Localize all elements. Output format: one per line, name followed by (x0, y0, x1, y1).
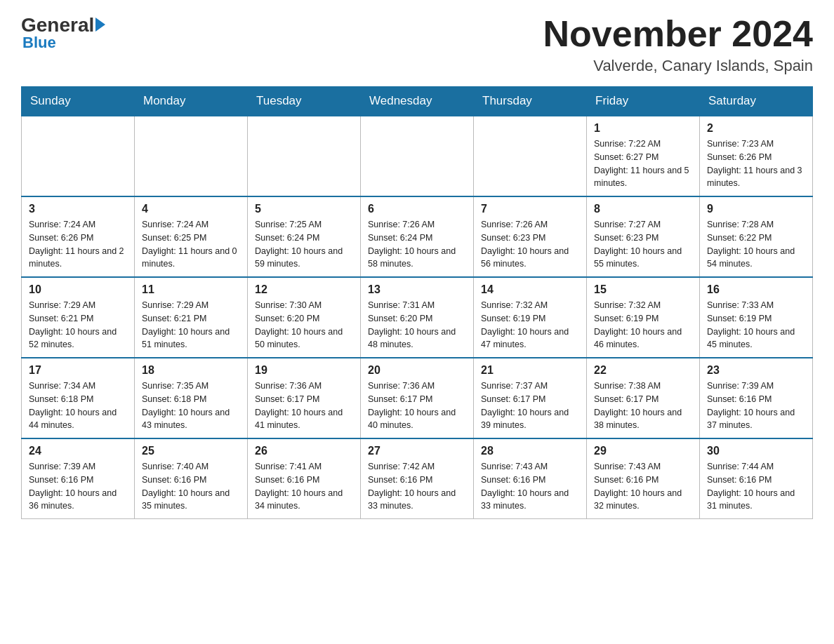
calendar-cell: 2Sunrise: 7:23 AMSunset: 6:26 PMDaylight… (700, 116, 813, 196)
calendar-cell: 12Sunrise: 7:30 AMSunset: 6:20 PMDayligh… (248, 277, 361, 358)
week-row-4: 24Sunrise: 7:39 AMSunset: 6:16 PMDayligh… (22, 438, 813, 519)
calendar-cell: 8Sunrise: 7:27 AMSunset: 6:23 PMDaylight… (587, 196, 700, 277)
calendar-cell: 23Sunrise: 7:39 AMSunset: 6:16 PMDayligh… (700, 358, 813, 438)
day-number: 22 (594, 364, 692, 377)
day-info: Sunrise: 7:42 AMSunset: 6:16 PMDaylight:… (368, 460, 466, 513)
day-number: 28 (481, 445, 579, 457)
logo-area: General Blue (21, 14, 105, 52)
header-sunday: Sunday (22, 87, 135, 116)
day-number: 25 (142, 445, 240, 457)
day-info: Sunrise: 7:36 AMSunset: 6:17 PMDaylight:… (368, 380, 466, 432)
header-row: SundayMondayTuesdayWednesdayThursdayFrid… (22, 87, 813, 116)
day-info: Sunrise: 7:31 AMSunset: 6:20 PMDaylight:… (368, 299, 466, 351)
calendar-cell: 27Sunrise: 7:42 AMSunset: 6:16 PMDayligh… (361, 438, 474, 519)
logo-arrow-icon (95, 18, 105, 32)
calendar-cell: 22Sunrise: 7:38 AMSunset: 6:17 PMDayligh… (587, 358, 700, 438)
day-number: 18 (142, 364, 240, 377)
calendar-cell: 30Sunrise: 7:44 AMSunset: 6:16 PMDayligh… (700, 438, 813, 519)
day-info: Sunrise: 7:41 AMSunset: 6:16 PMDaylight:… (255, 460, 353, 513)
day-info: Sunrise: 7:39 AMSunset: 6:16 PMDaylight:… (707, 380, 805, 432)
day-number: 27 (368, 445, 466, 457)
day-number: 11 (142, 283, 240, 296)
day-info: Sunrise: 7:40 AMSunset: 6:16 PMDaylight:… (142, 460, 240, 513)
calendar-cell: 15Sunrise: 7:32 AMSunset: 6:19 PMDayligh… (587, 277, 700, 358)
calendar-cell: 25Sunrise: 7:40 AMSunset: 6:16 PMDayligh… (135, 438, 248, 519)
day-info: Sunrise: 7:36 AMSunset: 6:17 PMDaylight:… (255, 380, 353, 432)
day-number: 21 (481, 364, 579, 377)
calendar-cell (22, 116, 135, 196)
day-number: 5 (255, 203, 353, 215)
calendar-cell: 29Sunrise: 7:43 AMSunset: 6:16 PMDayligh… (587, 438, 700, 519)
calendar-cell: 4Sunrise: 7:24 AMSunset: 6:25 PMDaylight… (135, 196, 248, 277)
day-info: Sunrise: 7:28 AMSunset: 6:22 PMDaylight:… (707, 218, 805, 271)
calendar-cell: 24Sunrise: 7:39 AMSunset: 6:16 PMDayligh… (22, 438, 135, 519)
header-friday: Friday (587, 87, 700, 116)
calendar-cell: 18Sunrise: 7:35 AMSunset: 6:18 PMDayligh… (135, 358, 248, 438)
day-number: 16 (707, 283, 805, 296)
day-number: 30 (707, 445, 805, 457)
day-info: Sunrise: 7:26 AMSunset: 6:24 PMDaylight:… (368, 218, 466, 271)
day-info: Sunrise: 7:23 AMSunset: 6:26 PMDaylight:… (707, 137, 805, 190)
calendar-cell: 20Sunrise: 7:36 AMSunset: 6:17 PMDayligh… (361, 358, 474, 438)
week-row-3: 17Sunrise: 7:34 AMSunset: 6:18 PMDayligh… (22, 358, 813, 438)
week-row-0: 1Sunrise: 7:22 AMSunset: 6:27 PMDaylight… (22, 116, 813, 196)
header-saturday: Saturday (700, 87, 813, 116)
day-info: Sunrise: 7:24 AMSunset: 6:26 PMDaylight:… (29, 218, 127, 271)
calendar-cell: 26Sunrise: 7:41 AMSunset: 6:16 PMDayligh… (248, 438, 361, 519)
calendar-cell: 28Sunrise: 7:43 AMSunset: 6:16 PMDayligh… (474, 438, 587, 519)
day-info: Sunrise: 7:32 AMSunset: 6:19 PMDaylight:… (481, 299, 579, 351)
day-info: Sunrise: 7:24 AMSunset: 6:25 PMDaylight:… (142, 218, 240, 271)
calendar-cell: 9Sunrise: 7:28 AMSunset: 6:22 PMDaylight… (700, 196, 813, 277)
logo-blue: Blue (22, 34, 56, 52)
calendar-cell: 1Sunrise: 7:22 AMSunset: 6:27 PMDaylight… (587, 116, 700, 196)
header: General Blue November 2024 Valverde, Can… (21, 14, 813, 75)
day-number: 8 (594, 203, 692, 215)
header-thursday: Thursday (474, 87, 587, 116)
day-number: 6 (368, 203, 466, 215)
day-number: 12 (255, 283, 353, 296)
day-info: Sunrise: 7:39 AMSunset: 6:16 PMDaylight:… (29, 460, 127, 513)
day-number: 14 (481, 283, 579, 296)
calendar-cell: 16Sunrise: 7:33 AMSunset: 6:19 PMDayligh… (700, 277, 813, 358)
calendar-cell (135, 116, 248, 196)
calendar-cell: 3Sunrise: 7:24 AMSunset: 6:26 PMDaylight… (22, 196, 135, 277)
day-number: 7 (481, 203, 579, 215)
calendar-table: SundayMondayTuesdayWednesdayThursdayFrid… (21, 86, 813, 519)
day-number: 9 (707, 203, 805, 215)
day-number: 13 (368, 283, 466, 296)
header-monday: Monday (135, 87, 248, 116)
day-number: 3 (29, 203, 127, 215)
title-area: November 2024 Valverde, Canary Islands, … (543, 14, 813, 75)
week-row-1: 3Sunrise: 7:24 AMSunset: 6:26 PMDaylight… (22, 196, 813, 277)
calendar-cell: 6Sunrise: 7:26 AMSunset: 6:24 PMDaylight… (361, 196, 474, 277)
day-info: Sunrise: 7:32 AMSunset: 6:19 PMDaylight:… (594, 299, 692, 351)
day-number: 10 (29, 283, 127, 296)
calendar-cell (474, 116, 587, 196)
header-tuesday: Tuesday (248, 87, 361, 116)
day-info: Sunrise: 7:34 AMSunset: 6:18 PMDaylight:… (29, 380, 127, 432)
day-number: 20 (368, 364, 466, 377)
day-number: 2 (707, 122, 805, 135)
calendar-cell (248, 116, 361, 196)
day-number: 29 (594, 445, 692, 457)
day-info: Sunrise: 7:30 AMSunset: 6:20 PMDaylight:… (255, 299, 353, 351)
day-info: Sunrise: 7:35 AMSunset: 6:18 PMDaylight:… (142, 380, 240, 432)
calendar-cell: 17Sunrise: 7:34 AMSunset: 6:18 PMDayligh… (22, 358, 135, 438)
calendar-cell: 19Sunrise: 7:36 AMSunset: 6:17 PMDayligh… (248, 358, 361, 438)
day-info: Sunrise: 7:37 AMSunset: 6:17 PMDaylight:… (481, 380, 579, 432)
calendar-cell: 10Sunrise: 7:29 AMSunset: 6:21 PMDayligh… (22, 277, 135, 358)
day-info: Sunrise: 7:27 AMSunset: 6:23 PMDaylight:… (594, 218, 692, 271)
location-title: Valverde, Canary Islands, Spain (543, 57, 813, 75)
calendar-cell: 11Sunrise: 7:29 AMSunset: 6:21 PMDayligh… (135, 277, 248, 358)
calendar-cell: 14Sunrise: 7:32 AMSunset: 6:19 PMDayligh… (474, 277, 587, 358)
calendar-cell: 5Sunrise: 7:25 AMSunset: 6:24 PMDaylight… (248, 196, 361, 277)
day-number: 17 (29, 364, 127, 377)
month-title: November 2024 (543, 14, 813, 54)
day-info: Sunrise: 7:38 AMSunset: 6:17 PMDaylight:… (594, 380, 692, 432)
calendar-cell: 21Sunrise: 7:37 AMSunset: 6:17 PMDayligh… (474, 358, 587, 438)
day-info: Sunrise: 7:33 AMSunset: 6:19 PMDaylight:… (707, 299, 805, 351)
day-info: Sunrise: 7:29 AMSunset: 6:21 PMDaylight:… (29, 299, 127, 351)
day-number: 4 (142, 203, 240, 215)
day-info: Sunrise: 7:25 AMSunset: 6:24 PMDaylight:… (255, 218, 353, 271)
day-number: 19 (255, 364, 353, 377)
